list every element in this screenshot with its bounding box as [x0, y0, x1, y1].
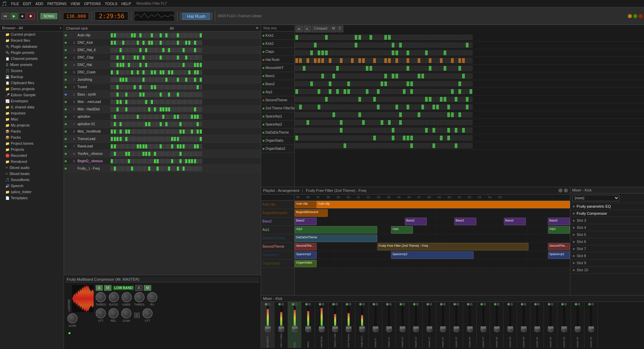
- clip-2-0[interactable]: Bass2: [295, 218, 317, 225]
- grid-step-5-10[interactable]: [332, 73, 335, 79]
- grid-step-1-14[interactable]: [347, 42, 350, 48]
- mixer-channel-18[interactable]: Insert 29: [504, 302, 517, 348]
- grid-step-6-47[interactable]: [469, 81, 473, 86]
- grid-step-13-0[interactable]: [295, 135, 298, 141]
- grid-step-0-23[interactable]: [380, 35, 384, 40]
- step-1-20[interactable]: [168, 40, 170, 45]
- grid-step-0-14[interactable]: [347, 35, 350, 40]
- grid-step-1-0[interactable]: [295, 42, 298, 48]
- grid-step-3-5[interactable]: [314, 58, 317, 63]
- grid-step-14-44[interactable]: [458, 143, 461, 148]
- step-1-30[interactable]: [196, 40, 199, 45]
- grid-step-6-21[interactable]: [373, 81, 376, 86]
- ch-name-15[interactable]: RaveLead: [77, 144, 110, 148]
- grid-step-12-47[interactable]: [469, 128, 473, 133]
- step-17-11[interactable]: [142, 159, 145, 164]
- grid-step-7-33[interactable]: [417, 89, 421, 94]
- grid-step-11-7[interactable]: [321, 120, 324, 125]
- clip-3-2[interactable]: Arp1: [548, 226, 570, 234]
- grid-step-9-38[interactable]: [436, 104, 439, 110]
- grid-step-12-2[interactable]: [302, 128, 306, 133]
- grid-step-13-37[interactable]: [432, 135, 436, 141]
- step-8-10[interactable]: [139, 92, 142, 97]
- grid-step-13-45[interactable]: [462, 135, 465, 141]
- grid-step-3-24[interactable]: [384, 58, 387, 63]
- grid-step-14-3[interactable]: [306, 143, 310, 148]
- grid-step-9-34[interactable]: [421, 104, 424, 110]
- mx-active-15[interactable]: [467, 303, 470, 306]
- step-4-29[interactable]: [194, 63, 196, 67]
- menu-item-file[interactable]: FILE: [9, 1, 21, 6]
- step-12-27[interactable]: [188, 122, 191, 127]
- grid-step-12-18[interactable]: [362, 128, 365, 133]
- grid-step-9-40[interactable]: [443, 104, 447, 110]
- clip-3-1[interactable]: Arp1: [391, 226, 413, 234]
- step-7-25[interactable]: [182, 85, 185, 90]
- step-6-4[interactable]: [122, 77, 125, 82]
- grid-step-12-29[interactable]: [402, 128, 406, 133]
- grid-step-9-36[interactable]: [428, 104, 432, 110]
- grid-step-2-3[interactable]: [306, 50, 310, 56]
- step-11-30[interactable]: [196, 114, 199, 119]
- step-13-15[interactable]: [154, 129, 156, 134]
- grid-step-7-11[interactable]: [336, 89, 339, 94]
- grid-step-0-29[interactable]: [402, 35, 406, 40]
- clip-2-1[interactable]: Bass2: [405, 218, 427, 225]
- mixer-channel-1[interactable]: Hat n Claps: [275, 302, 288, 348]
- step-16-2[interactable]: [116, 151, 119, 156]
- grid-step-9-12[interactable]: [340, 104, 343, 110]
- grid-step-8-12[interactable]: [340, 97, 343, 102]
- grid-step-8-30[interactable]: [406, 97, 410, 102]
- grid-step-2-40[interactable]: [443, 50, 447, 56]
- mx-fader-15[interactable]: [467, 326, 473, 328]
- mx-solo-1[interactable]: [281, 303, 284, 306]
- piano-track-2[interactable]: ■Claps: [261, 48, 294, 56]
- grid-step-0-30[interactable]: [406, 35, 410, 40]
- comp-gain-knob[interactable]: [121, 308, 131, 318]
- step-16-4[interactable]: [122, 151, 125, 156]
- step-10-15[interactable]: [154, 107, 156, 112]
- grid-step-5-42[interactable]: [451, 73, 454, 79]
- grid-step-3-43[interactable]: [454, 58, 458, 63]
- mx-active-0[interactable]: [265, 303, 267, 306]
- grid-step-7-38[interactable]: [436, 89, 439, 94]
- step-11-4[interactable]: [122, 114, 125, 119]
- step-3-19[interactable]: [165, 55, 168, 60]
- thres-knob[interactable]: [96, 292, 106, 302]
- grid-step-2-42[interactable]: [451, 50, 454, 56]
- grid-step-8-38[interactable]: [436, 97, 439, 102]
- step-1-17[interactable]: [159, 40, 162, 45]
- step-seq-compact[interactable]: Compact: [312, 26, 330, 32]
- grid-step-5-17[interactable]: [358, 73, 361, 79]
- grid-step-11-1[interactable]: [299, 120, 302, 125]
- step-13-1[interactable]: [114, 129, 116, 134]
- grid-step-2-5[interactable]: [314, 50, 317, 56]
- grid-step-13-2[interactable]: [302, 135, 306, 141]
- step-18-30[interactable]: [196, 166, 199, 171]
- mixer-channel-12[interactable]: Insert 17: [423, 302, 436, 348]
- step-7-7[interactable]: [131, 85, 133, 90]
- grid-step-8-31[interactable]: [410, 97, 413, 102]
- grid-step-4-9[interactable]: [328, 66, 332, 71]
- step-17-3[interactable]: [119, 159, 122, 164]
- mx-fader-10[interactable]: [400, 326, 405, 328]
- grid-step-1-38[interactable]: [436, 42, 439, 48]
- grid-step-7-46[interactable]: [465, 89, 469, 94]
- grid-step-7-6[interactable]: [317, 89, 321, 94]
- step-17-0[interactable]: [110, 159, 113, 164]
- ch-name-16[interactable]: YouAre_.olossus: [77, 152, 110, 155]
- step-17-17[interactable]: [159, 159, 162, 164]
- grid-step-10-0[interactable]: [295, 112, 298, 117]
- step-14-24[interactable]: [179, 137, 182, 141]
- step-10-10[interactable]: [139, 107, 142, 112]
- step-11-11[interactable]: [142, 114, 145, 119]
- grid-step-12-11[interactable]: [336, 128, 339, 133]
- grid-step-11-4[interactable]: [310, 120, 313, 125]
- step-11-21[interactable]: [171, 114, 173, 119]
- piano-track-10[interactable]: ■SpaceArp1: [261, 112, 294, 120]
- step-0-12[interactable]: [145, 33, 148, 38]
- grid-step-1-19[interactable]: [365, 42, 369, 48]
- mx-solo-19[interactable]: [524, 303, 526, 306]
- step-15-16[interactable]: [156, 144, 159, 149]
- mixer-channel-0[interactable]: Mr MASTER: [261, 302, 275, 348]
